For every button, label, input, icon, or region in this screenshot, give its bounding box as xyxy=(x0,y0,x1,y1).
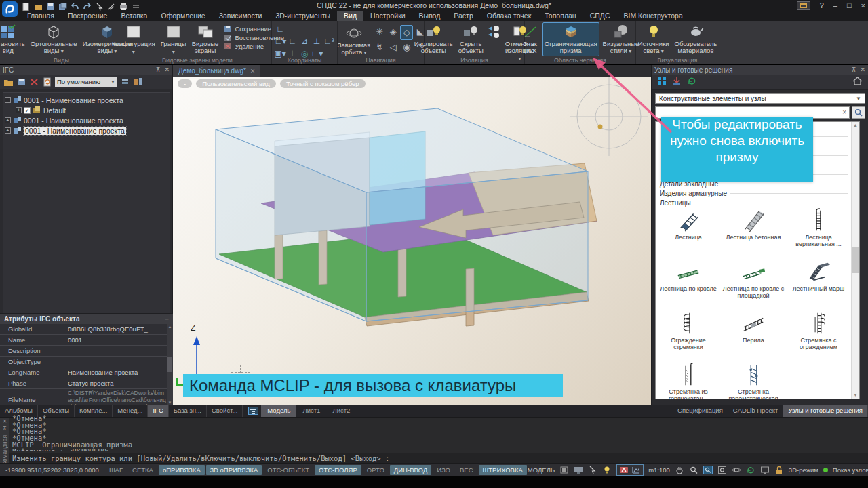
apps-grid-icon[interactable] xyxy=(797,1,810,10)
measure-icon[interactable] xyxy=(107,1,116,9)
selection-cursor-icon[interactable] xyxy=(588,466,597,474)
customize-toolbar-icon[interactable] xyxy=(132,1,140,9)
menu-rastr[interactable]: Растр xyxy=(447,11,479,21)
space-label[interactable]: МОДЕЛЬ xyxy=(528,466,555,474)
menu-topoplan[interactable]: Топоплан xyxy=(538,11,583,21)
undo-icon[interactable] xyxy=(71,1,79,9)
collapse-icon[interactable]: − xyxy=(5,97,11,103)
menu-vstavka[interactable]: Вставка xyxy=(114,11,154,21)
structure-mode-icon[interactable] xyxy=(133,77,143,87)
node-item[interactable]: Стремянка с ограждением xyxy=(786,310,851,362)
reload-ifc-icon[interactable] xyxy=(42,77,52,87)
ifc-view-combo[interactable]: По умолчанию ▼ xyxy=(55,77,117,87)
menu-vid[interactable]: Вид xyxy=(337,11,363,21)
orbit-status-icon[interactable] xyxy=(732,466,741,474)
tree-row-project-3-selected[interactable]: + 0001 - Наименование проекта xyxy=(5,125,168,136)
set-view-button[interactable]: Установить вид xyxy=(0,22,27,56)
menu-bim-konstruktor[interactable]: BIM Конструктора xyxy=(616,11,689,21)
menu-postroenie[interactable]: Построение xyxy=(61,11,114,21)
material-browser-button[interactable]: Обозреватель материалов xyxy=(673,22,719,56)
sync-icon[interactable] xyxy=(687,76,696,88)
node-item[interactable]: Лестничный марш xyxy=(786,259,851,310)
borders-button[interactable]: Границы xyxy=(159,22,189,56)
save-ifc-icon[interactable] xyxy=(16,77,26,87)
pin-icon[interactable]: ⊼ xyxy=(852,66,856,73)
ortho-views-button[interactable]: Ортогональные виды xyxy=(28,22,79,56)
zoom-icon[interactable] xyxy=(689,466,698,474)
pin-icon[interactable]: ⊼ xyxy=(156,66,161,73)
zoom-dynamic-icon[interactable]: ◈ xyxy=(387,25,399,40)
node-item[interactable]: Перила xyxy=(721,310,786,362)
light-sources-button[interactable]: Источники света xyxy=(636,22,671,56)
open-ifc-icon[interactable] xyxy=(3,77,14,87)
toggle-3d-oprivyazka[interactable]: 3D оПРИВЯЗКА xyxy=(206,465,262,475)
toggle-shtrihovka[interactable]: ШТРИХОВКА xyxy=(479,465,527,475)
steering-wheel-icon[interactable]: ◉ xyxy=(400,41,413,56)
scale-chart-icon[interactable] xyxy=(631,466,641,474)
node-item[interactable]: Лестница по кровле xyxy=(656,259,721,310)
save-icon[interactable] xyxy=(46,1,55,9)
viewports-button[interactable]: Видовые экраны xyxy=(190,22,221,56)
close-document-icon[interactable]: ✕ xyxy=(250,68,256,75)
ucs-named-icon[interactable]: ∟▾ xyxy=(275,37,286,48)
fly-icon[interactable]: ◁ xyxy=(387,41,399,56)
clear-search-icon[interactable]: × xyxy=(842,108,846,116)
menu-oblaka-tochek[interactable]: Облака точек xyxy=(480,11,538,21)
menu-glavnaya[interactable]: Главная xyxy=(20,11,61,21)
tree-row-project-1[interactable]: − 0001 - Наименование проекта xyxy=(5,95,168,105)
close-icon[interactable]: ✕ xyxy=(3,419,7,424)
visual-style-control[interactable]: Точный с показом рёбер xyxy=(280,79,366,88)
ucs-world-icon[interactable]: ∟ xyxy=(287,37,298,48)
toggle-izo[interactable]: ИЗО xyxy=(433,465,454,475)
print-icon[interactable] xyxy=(119,1,128,9)
document-tab[interactable]: Демо_больница.dwg* ✕ xyxy=(173,65,260,77)
select-cursor-icon[interactable] xyxy=(95,1,104,9)
ucs-sign-button[interactable]: Знак ПСК xyxy=(519,22,541,56)
category-combo[interactable]: Конструктивные элементы и узлы ▼ xyxy=(655,93,865,104)
annotation-icon[interactable] xyxy=(619,466,629,474)
menu-nastroyki[interactable]: Настройки xyxy=(363,11,412,21)
viewport-menu-control[interactable]: - xyxy=(178,79,192,88)
zoom-extents-icon[interactable] xyxy=(717,466,727,474)
toggle-ves[interactable]: ВЕС xyxy=(456,465,477,475)
zoom-window-icon[interactable] xyxy=(703,466,713,474)
menu-spds[interactable]: СПДС xyxy=(583,11,617,21)
minimize-button[interactable]: – xyxy=(833,1,837,10)
save-all-icon[interactable] xyxy=(58,1,67,9)
walk-icon[interactable]: ↯ xyxy=(373,41,386,56)
expand-icon[interactable]: + xyxy=(5,127,11,134)
tree-row-project-2[interactable]: + 0001 - Наименование проекта xyxy=(5,115,168,125)
close-icon[interactable]: ✕ xyxy=(860,66,865,73)
nodes-scrollbar[interactable]: ▲▼ xyxy=(851,122,859,399)
view-name-control[interactable]: Пользовательский вид xyxy=(196,79,276,88)
configuration-button[interactable]: Конфигурация xyxy=(110,22,157,56)
search-button[interactable] xyxy=(852,106,865,119)
ucs-3p-icon[interactable]: ∟³ xyxy=(323,37,335,48)
node-item[interactable]: Лестница бетонная xyxy=(721,207,786,259)
menu-vyvod[interactable]: Вывод xyxy=(412,11,448,21)
close-icon[interactable]: ✕ xyxy=(164,66,170,73)
checkbox-checked-icon[interactable]: ✓ xyxy=(24,107,31,114)
regen-icon[interactable] xyxy=(746,466,755,474)
download-icon[interactable] xyxy=(672,76,682,88)
category-row-rebar-products[interactable]: Изделия арматурные∨ xyxy=(656,188,859,198)
close-button[interactable]: × xyxy=(861,1,865,10)
command-prompt[interactable]: Изменить границу контура или [Новый/Удал… xyxy=(9,453,868,463)
menu-3d-instrumenty[interactable]: 3D-инструменты xyxy=(269,11,337,21)
collapse-panel-icon[interactable]: − xyxy=(165,315,169,323)
isolate-objects-button[interactable]: Изолировать объекты xyxy=(412,22,455,56)
lighting-icon[interactable] xyxy=(602,466,612,474)
view-mode-icon[interactable] xyxy=(657,76,667,88)
menu-zavisimosti[interactable]: Зависимости xyxy=(212,11,269,21)
toggle-orto[interactable]: ОРТО xyxy=(363,465,389,475)
ucs-z-icon[interactable]: ⊥ xyxy=(311,37,323,48)
clipping-prism-button[interactable]: Ограничивающая призма xyxy=(542,22,599,56)
pan-icon[interactable] xyxy=(675,466,684,474)
restore-button[interactable]: □ xyxy=(847,1,852,10)
open-folder-icon[interactable] xyxy=(34,1,43,9)
workspace-icon[interactable] xyxy=(574,466,583,474)
node-item[interactable]: Стремянка параметрическая xyxy=(721,362,786,399)
toggle-setka[interactable]: СЕТКА xyxy=(128,465,157,475)
model-viewport[interactable]: - Пользовательский вид Точный с показом … xyxy=(173,77,651,405)
swap-isolation-icons[interactable] xyxy=(487,22,502,42)
